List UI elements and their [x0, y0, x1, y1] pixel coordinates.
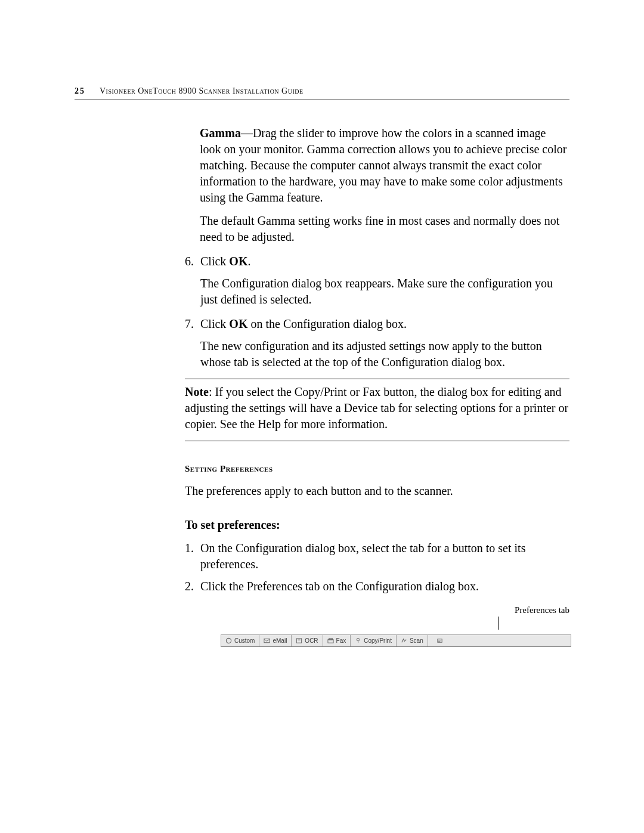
tab-scan[interactable]: Scan	[397, 635, 428, 646]
tab-email[interactable]: eMail	[259, 635, 292, 646]
tab-copy-print-label: Copy/Print	[364, 637, 392, 644]
prefs-subhead: To set preferences:	[185, 517, 569, 533]
step-7: 7. Click OK on the Configuration dialog …	[185, 316, 569, 332]
pref-step-2-text: Click the Preferences tab on the Configu…	[200, 578, 569, 594]
tab-custom[interactable]: Custom	[221, 635, 259, 646]
body-column: Gamma—Drag the slider to improve how the…	[200, 125, 568, 245]
svg-rect-3	[298, 640, 301, 640]
tab-scan-label: Scan	[410, 637, 423, 644]
tab-ocr-label: OCR	[305, 637, 318, 644]
tab-fax-label: Fax	[336, 637, 346, 644]
steps-column: 6. Click OK. The Configuration dialog bo…	[185, 253, 569, 594]
svg-point-0	[226, 639, 231, 643]
svg-point-6	[357, 639, 360, 642]
tab-preferences[interactable]	[428, 635, 452, 646]
gamma-desc: —Drag the slider to improve how the colo…	[200, 126, 566, 204]
pref-step-1-num: 1.	[185, 540, 200, 572]
step-6-num: 6.	[185, 253, 200, 270]
step-7-text: Click OK on the Configuration dialog box…	[200, 316, 569, 332]
step-7-num: 7.	[185, 316, 200, 332]
pref-step-1: 1. On the Configuration dialog box, sele…	[185, 540, 569, 572]
figure-caption: Preferences tab	[185, 605, 569, 615]
tab-ocr[interactable]: OCR	[292, 635, 323, 646]
section-heading: Setting Preferences	[185, 463, 569, 475]
svg-rect-1	[264, 639, 270, 643]
page: 25 Visioneer OneTouch 8900 Scanner Insta…	[75, 86, 569, 647]
step-6-text: Click OK.	[200, 253, 569, 270]
gamma-label: Gamma	[200, 126, 241, 140]
guide-title: Visioneer OneTouch 8900 Scanner Installa…	[100, 86, 304, 95]
step-6: 6. Click OK.	[185, 253, 569, 270]
email-icon	[264, 637, 270, 644]
copy-print-icon	[355, 637, 361, 644]
pref-step-2-num: 2.	[185, 578, 200, 594]
config-tabbar: Custom eMail OCR Fax	[221, 634, 571, 647]
note-rule-bottom	[185, 441, 569, 441]
tab-custom-label: Custom	[234, 637, 255, 644]
pref-step-2: 2. Click the Preferences tab on the Conf…	[185, 578, 569, 594]
tab-fax[interactable]: Fax	[323, 635, 351, 646]
gamma-paragraph: Gamma—Drag the slider to improve how the…	[200, 125, 568, 206]
running-header: 25 Visioneer OneTouch 8900 Scanner Insta…	[75, 86, 569, 96]
note-paragraph: Note: If you select the Copy/Print or Fa…	[185, 384, 569, 432]
page-number: 25	[75, 86, 85, 95]
scan-icon	[401, 637, 407, 644]
custom-icon	[225, 637, 232, 644]
step-7-follow: The new configuration and its adjusted s…	[185, 338, 569, 370]
tab-copy-print[interactable]: Copy/Print	[351, 635, 397, 646]
svg-rect-7	[438, 639, 442, 643]
svg-rect-2	[297, 639, 302, 643]
tabbar-figure: Custom eMail OCR Fax	[221, 634, 571, 647]
prefs-intro: The preferences apply to each button and…	[185, 483, 569, 499]
svg-rect-5	[329, 639, 332, 640]
ocr-icon	[296, 637, 302, 644]
step-6-follow: The Configuration dialog box reappears. …	[185, 275, 569, 308]
fax-icon	[327, 637, 334, 644]
pref-step-1-text: On the Configuration dialog box, select …	[200, 540, 569, 572]
caption-leader-line	[498, 617, 499, 630]
preferences-icon	[436, 637, 443, 644]
tab-email-label: eMail	[273, 637, 287, 644]
gamma-default-note: The default Gamma setting works fine in …	[200, 213, 568, 245]
note-rule-top	[185, 379, 569, 379]
header-rule	[75, 100, 569, 100]
note-text: : If you select the Copy/Print or Fax bu…	[185, 385, 568, 431]
note-label: Note	[185, 385, 209, 398]
